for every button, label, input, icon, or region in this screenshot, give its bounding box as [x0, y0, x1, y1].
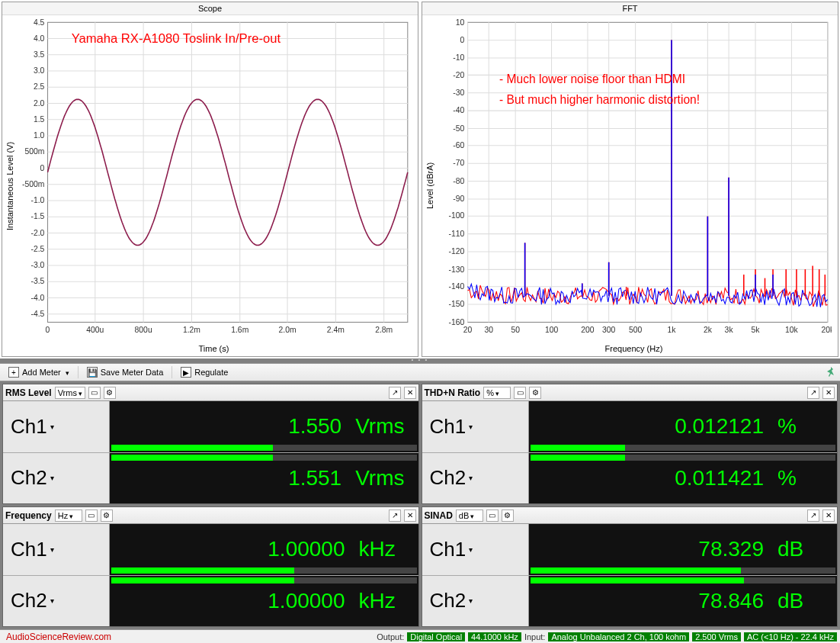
output-type[interactable]: Digital Optical	[407, 632, 465, 641]
filter-icon[interactable]: ▭	[88, 387, 101, 399]
popout-icon[interactable]: ↗	[389, 387, 401, 399]
sinad-ch2-label: Ch2	[430, 589, 466, 612]
thdn-ch1-value: 0.012121	[675, 414, 764, 439]
thdn-ch1-unit: %	[777, 414, 823, 439]
svg-text:0: 0	[46, 325, 50, 334]
output-rate[interactable]: 44.1000 kHz	[468, 632, 521, 641]
pin-icon[interactable]	[825, 366, 837, 378]
svg-text:-90: -90	[453, 194, 464, 203]
input-coupling[interactable]: AC (<10 Hz) - 22.4 kHz	[744, 632, 837, 641]
svg-text:-4.0: -4.0	[30, 293, 44, 302]
svg-text:-4.5: -4.5	[30, 309, 44, 318]
popout-icon[interactable]: ↗	[807, 510, 819, 522]
svg-text:500: 500	[629, 325, 642, 334]
fft-annotation-2: - But much higher harmonic distortion!	[499, 92, 700, 105]
input-type[interactable]: Analog Unbalanced 2 Ch, 100 kohm	[548, 632, 689, 641]
svg-text:-1.0: -1.0	[30, 195, 44, 204]
play-icon: ▶	[181, 367, 191, 378]
regulate-button[interactable]: ▶ Regulate	[175, 365, 233, 380]
svg-text:800u: 800u	[135, 325, 152, 334]
input-label: Input:	[524, 632, 546, 641]
thdn-ch1-bar	[531, 445, 836, 451]
svg-text:-2.5: -2.5	[30, 244, 44, 253]
svg-text:20k: 20k	[821, 325, 832, 334]
watermark: AudioScienceReview.com	[3, 632, 111, 642]
chevron-down-icon[interactable]: ▾	[47, 596, 57, 605]
chevron-down-icon[interactable]: ▾	[466, 423, 476, 431]
output-label: Output:	[377, 632, 404, 641]
thdn-ratio-panel: THD+N Ratio % ▭ ⚙ ↗ ✕ Ch1▾ 0.012121% Ch2…	[422, 384, 838, 504]
freq-ch2-label: Ch2	[11, 589, 47, 612]
gear-icon[interactable]: ⚙	[502, 510, 514, 522]
svg-text:-2.0: -2.0	[30, 228, 44, 237]
svg-text:-20: -20	[453, 69, 464, 79]
svg-text:-500m: -500m	[22, 179, 45, 188]
save-meter-data-button[interactable]: 💾 Save Meter Data	[82, 365, 169, 380]
sinad-ch1-value: 78.329	[698, 537, 764, 561]
close-icon[interactable]: ✕	[822, 387, 835, 399]
close-icon[interactable]: ✕	[822, 510, 835, 522]
freq-ch2-bar	[111, 577, 417, 584]
sinad-ch2-bar	[531, 577, 836, 584]
rms-ch2-readout: 1.551Vrms	[110, 453, 418, 504]
scope-plot[interactable]: 4.54.03.53.02.52.01.51.0500m0-500m-1.0-1…	[16, 18, 412, 342]
chevron-down-icon[interactable]: ▾	[47, 423, 57, 431]
sinad-unit-select[interactable]: dB	[456, 510, 483, 522]
filter-icon[interactable]: ▭	[486, 510, 499, 522]
svg-text:-3.5: -3.5	[30, 276, 44, 285]
svg-text:200: 200	[581, 325, 594, 334]
rms-ch1-value: 1.550	[288, 414, 341, 439]
svg-text:-150: -150	[449, 299, 465, 308]
svg-text:-40: -40	[453, 105, 464, 114]
freq-title: Frequency	[5, 510, 52, 521]
freq-unit-select[interactable]: Hz	[55, 510, 82, 522]
save-meter-data-label: Save Meter Data	[101, 368, 164, 377]
fft-plot[interactable]: 100-10-20-30-40-50-60-70-80-90-100-110-1…	[436, 18, 832, 342]
add-meter-button[interactable]: + Add Meter	[3, 365, 75, 380]
sinad-panel: SINAD dB ▭ ⚙ ↗ ✕ Ch1▾ 78.329dB Ch2▾ 78.8…	[422, 506, 838, 627]
sinad-ch2-value: 78.846	[698, 589, 764, 613]
thdn-ch2-unit: %	[777, 466, 823, 490]
gear-icon[interactable]: ⚙	[104, 387, 116, 399]
fft-title: FFT	[422, 2, 838, 15]
sinad-title: SINAD	[425, 510, 453, 521]
svg-text:-30: -30	[453, 88, 464, 97]
chevron-down-icon	[64, 368, 69, 377]
svg-text:-50: -50	[453, 124, 464, 133]
chevron-down-icon[interactable]: ▾	[466, 596, 476, 605]
fft-annotation-1: - Much lower noise floor than HDMI	[499, 72, 685, 85]
svg-text:2.0m: 2.0m	[278, 325, 296, 334]
chevron-down-icon[interactable]: ▾	[466, 474, 476, 482]
svg-text:2.4m: 2.4m	[327, 325, 345, 334]
filter-icon[interactable]: ▭	[514, 387, 526, 399]
popout-icon[interactable]: ↗	[389, 510, 401, 522]
input-level[interactable]: 2.500 Vrms	[692, 632, 741, 641]
meter-toolbar: + Add Meter 💾 Save Meter Data ▶ Regulate	[0, 363, 840, 381]
thdn-ch2-label: Ch2	[430, 466, 466, 490]
gear-icon[interactable]: ⚙	[101, 510, 113, 522]
freq-ch1-readout: 1.00000kHz	[110, 524, 418, 575]
svg-text:-160: -160	[449, 317, 465, 326]
svg-text:50: 50	[511, 325, 520, 334]
scope-panel: Scope Instantaneous Level (V) 4.54.03.53…	[2, 2, 418, 357]
svg-text:1.6m: 1.6m	[231, 325, 248, 334]
freq-ch2-value: 1.00000	[268, 589, 345, 613]
filter-icon[interactable]: ▭	[85, 510, 98, 522]
thdn-unit-select[interactable]: %	[483, 387, 511, 399]
svg-text:2k: 2k	[704, 325, 713, 334]
chevron-down-icon[interactable]: ▾	[47, 545, 57, 554]
sinad-ch2-readout: 78.846dB	[529, 576, 838, 627]
svg-text:5k: 5k	[752, 325, 761, 334]
svg-text:-120: -120	[449, 246, 465, 256]
popout-icon[interactable]: ↗	[807, 387, 819, 399]
chevron-down-icon[interactable]: ▾	[47, 474, 57, 482]
close-icon[interactable]: ✕	[404, 510, 416, 522]
sinad-ch1-unit: dB	[777, 537, 823, 561]
svg-text:10: 10	[456, 18, 465, 27]
svg-text:0: 0	[40, 163, 45, 172]
svg-text:-70: -70	[453, 158, 464, 167]
chevron-down-icon[interactable]: ▾	[466, 545, 476, 554]
close-icon[interactable]: ✕	[404, 387, 416, 399]
rms-unit-select[interactable]: Vrms	[55, 387, 85, 399]
gear-icon[interactable]: ⚙	[529, 387, 541, 399]
